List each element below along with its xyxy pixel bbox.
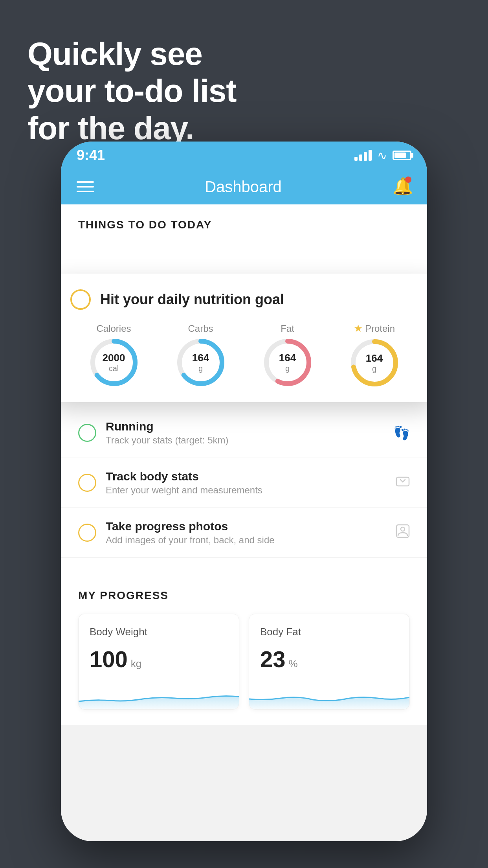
body-stats-check-circle <box>78 474 96 492</box>
protein-label-row: ★ Protein <box>354 322 395 335</box>
app-header: Dashboard 🔔 <box>61 169 427 204</box>
body-weight-unit: kg <box>131 658 141 670</box>
body-stats-title: Track body stats <box>106 470 386 483</box>
calories-value: 2000 <box>103 352 125 364</box>
fat-item: Fat 164 g <box>264 323 311 386</box>
calories-label: Calories <box>96 323 131 334</box>
notification-badge <box>405 177 411 183</box>
running-text: Running Track your stats (target: 5km) <box>106 420 384 446</box>
nutrition-circles: Calories 2000 cal <box>70 322 418 386</box>
carbs-value: 164 <box>192 352 209 364</box>
carbs-item: Carbs 164 g <box>177 323 224 386</box>
body-fat-unit: % <box>289 658 298 670</box>
svg-point-10 <box>401 527 405 531</box>
progress-section: MY PROGRESS Body Weight 100 kg <box>61 570 427 725</box>
body-fat-card[interactable]: Body Fat 23 % <box>249 614 410 710</box>
headline-line2: your to-do list <box>28 72 237 109</box>
calories-item: Calories 2000 cal <box>90 323 138 386</box>
calories-unit: cal <box>103 364 125 373</box>
body-stats-text: Track body stats Enter your weight and m… <box>106 470 386 496</box>
protein-value: 164 <box>366 352 383 364</box>
person-icon <box>396 524 410 541</box>
things-section-header: THINGS TO DO TODAY <box>61 204 427 239</box>
body-weight-card-title: Body Weight <box>90 626 228 638</box>
signal-icon <box>354 150 372 161</box>
shoe-icon: 👣 <box>393 425 410 441</box>
headline-line3: for the day. <box>28 110 237 147</box>
nutrition-card: Hit your daily nutrition goal Calories <box>61 274 427 402</box>
body-fat-card-title: Body Fat <box>260 626 398 638</box>
body-weight-sparkline <box>79 682 239 709</box>
scale-icon <box>396 474 410 491</box>
body-weight-value-row: 100 kg <box>90 646 228 672</box>
body-fat-value-row: 23 % <box>260 646 398 672</box>
calories-chart: 2000 cal <box>90 339 138 386</box>
body-weight-value: 100 <box>90 646 128 672</box>
battery-icon <box>393 151 411 160</box>
header-title: Dashboard <box>205 178 282 196</box>
fat-unit: g <box>279 364 296 373</box>
carbs-unit: g <box>192 364 209 373</box>
fat-chart: 164 g <box>264 339 311 386</box>
star-icon: ★ <box>354 322 363 335</box>
body-fat-value: 23 <box>260 646 286 672</box>
notification-button[interactable]: 🔔 <box>393 177 411 197</box>
protein-unit: g <box>366 364 383 373</box>
carbs-label: Carbs <box>188 323 213 334</box>
card-title-row: Hit your daily nutrition goal <box>70 289 418 310</box>
progress-section-title: MY PROGRESS <box>78 589 410 602</box>
headline-line1: Quickly see <box>28 35 237 72</box>
headline: Quickly see your to-do list for the day. <box>28 35 237 147</box>
wifi-icon: ∿ <box>377 149 387 162</box>
todo-list: Running Track your stats (target: 5km) 👣… <box>61 408 427 558</box>
things-section-title: THINGS TO DO TODAY <box>78 219 212 231</box>
running-check-circle <box>78 424 96 442</box>
status-icons: ∿ <box>354 149 411 162</box>
body-weight-card[interactable]: Body Weight 100 kg <box>78 614 239 710</box>
phone-content: THINGS TO DO TODAY Hit your daily nutrit… <box>61 204 427 725</box>
progress-cards: Body Weight 100 kg <box>78 614 410 710</box>
todo-check-circle[interactable] <box>70 289 91 310</box>
photos-check-circle <box>78 524 96 542</box>
phone-frame: 9:41 ∿ Dashboard 🔔 THINGS TO DO TODAY <box>61 142 427 841</box>
photos-subtitle: Add images of your front, back, and side <box>106 535 386 546</box>
hamburger-button[interactable] <box>77 181 94 192</box>
nutrition-card-title: Hit your daily nutrition goal <box>100 291 284 308</box>
protein-chart: 164 g <box>351 339 398 386</box>
running-subtitle: Track your stats (target: 5km) <box>106 435 384 446</box>
protein-item: ★ Protein 164 g <box>351 322 398 386</box>
todo-body-stats[interactable]: Track body stats Enter your weight and m… <box>61 458 427 508</box>
running-title: Running <box>106 420 384 433</box>
fat-label: Fat <box>281 323 294 334</box>
photos-text: Take progress photos Add images of your … <box>106 520 386 546</box>
status-time: 9:41 <box>77 147 105 164</box>
todo-progress-photos[interactable]: Take progress photos Add images of your … <box>61 508 427 558</box>
status-bar: 9:41 ∿ <box>61 142 427 169</box>
fat-value: 164 <box>279 352 296 364</box>
protein-label: Protein <box>365 323 395 334</box>
body-stats-subtitle: Enter your weight and measurements <box>106 485 386 496</box>
body-fat-sparkline <box>249 682 409 709</box>
photos-title: Take progress photos <box>106 520 386 533</box>
carbs-chart: 164 g <box>177 339 224 386</box>
todo-running[interactable]: Running Track your stats (target: 5km) 👣 <box>61 408 427 458</box>
